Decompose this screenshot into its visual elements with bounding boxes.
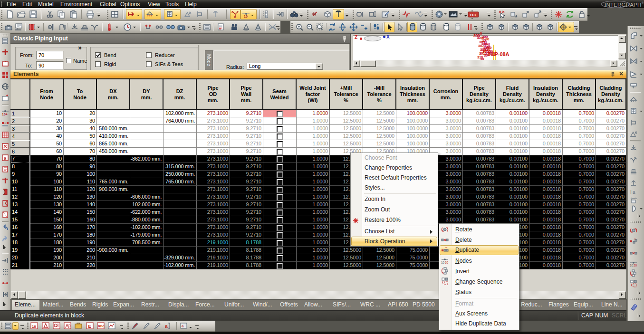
svg-text:Rho: Rho bbox=[98, 324, 105, 328]
svg-text:20: 20 bbox=[445, 261, 449, 264]
svg-text:a: a bbox=[182, 324, 184, 328]
svg-text:113: 113 bbox=[470, 13, 476, 17]
svg-text:X: X bbox=[231, 10, 233, 13]
svg-text:Z: Z bbox=[234, 16, 236, 19]
svg-text:Y: Y bbox=[237, 10, 239, 13]
svg-text:a: a bbox=[165, 324, 168, 329]
svg-text:a: a bbox=[633, 190, 635, 195]
svg-text:10: 10 bbox=[441, 261, 445, 264]
svg-text:I: I bbox=[630, 190, 632, 195]
svg-text:E: E bbox=[88, 324, 91, 329]
svg-text:INTERGRAPH: INTERGRAPH bbox=[605, 2, 641, 8]
svg-text:10: 10 bbox=[244, 15, 248, 18]
svg-text:10: 10 bbox=[32, 324, 36, 329]
svg-text:10+: 10+ bbox=[2, 113, 8, 116]
svg-text:10: 10 bbox=[630, 264, 634, 267]
svg-text:®: ® bbox=[642, 1, 644, 4]
svg-text:20: 20 bbox=[634, 264, 637, 267]
